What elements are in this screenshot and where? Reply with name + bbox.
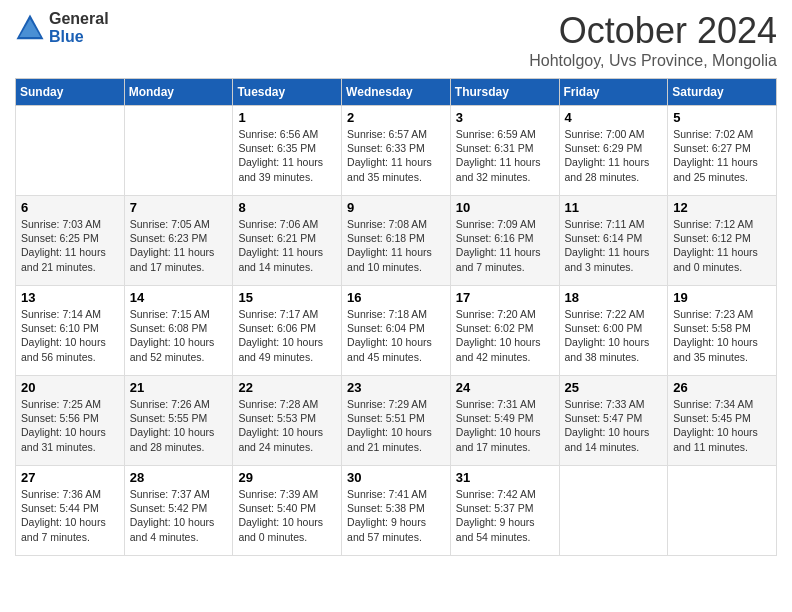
day-number: 17 <box>456 290 554 305</box>
calendar-cell <box>668 466 777 556</box>
calendar-cell: 20Sunrise: 7:25 AM Sunset: 5:56 PM Dayli… <box>16 376 125 466</box>
day-details: Sunrise: 7:06 AM Sunset: 6:21 PM Dayligh… <box>238 217 336 274</box>
day-number: 20 <box>21 380 119 395</box>
day-details: Sunrise: 6:56 AM Sunset: 6:35 PM Dayligh… <box>238 127 336 184</box>
calendar-cell: 10Sunrise: 7:09 AM Sunset: 6:16 PM Dayli… <box>450 196 559 286</box>
week-row-5: 27Sunrise: 7:36 AM Sunset: 5:44 PM Dayli… <box>16 466 777 556</box>
day-number: 31 <box>456 470 554 485</box>
day-number: 4 <box>565 110 663 125</box>
day-details: Sunrise: 6:57 AM Sunset: 6:33 PM Dayligh… <box>347 127 445 184</box>
calendar-cell: 9Sunrise: 7:08 AM Sunset: 6:18 PM Daylig… <box>342 196 451 286</box>
location: Hohtolgoy, Uvs Province, Mongolia <box>529 52 777 70</box>
day-details: Sunrise: 7:34 AM Sunset: 5:45 PM Dayligh… <box>673 397 771 454</box>
day-header-sunday: Sunday <box>16 79 125 106</box>
logo: General Blue <box>15 10 109 45</box>
calendar-cell: 31Sunrise: 7:42 AM Sunset: 5:37 PM Dayli… <box>450 466 559 556</box>
calendar-cell: 19Sunrise: 7:23 AM Sunset: 5:58 PM Dayli… <box>668 286 777 376</box>
day-details: Sunrise: 7:08 AM Sunset: 6:18 PM Dayligh… <box>347 217 445 274</box>
day-details: Sunrise: 7:33 AM Sunset: 5:47 PM Dayligh… <box>565 397 663 454</box>
calendar-cell: 27Sunrise: 7:36 AM Sunset: 5:44 PM Dayli… <box>16 466 125 556</box>
calendar-cell: 2Sunrise: 6:57 AM Sunset: 6:33 PM Daylig… <box>342 106 451 196</box>
day-number: 14 <box>130 290 228 305</box>
calendar-cell: 6Sunrise: 7:03 AM Sunset: 6:25 PM Daylig… <box>16 196 125 286</box>
day-details: Sunrise: 7:36 AM Sunset: 5:44 PM Dayligh… <box>21 487 119 544</box>
day-details: Sunrise: 7:09 AM Sunset: 6:16 PM Dayligh… <box>456 217 554 274</box>
day-details: Sunrise: 7:23 AM Sunset: 5:58 PM Dayligh… <box>673 307 771 364</box>
calendar-cell: 30Sunrise: 7:41 AM Sunset: 5:38 PM Dayli… <box>342 466 451 556</box>
day-number: 7 <box>130 200 228 215</box>
month-title: October 2024 <box>529 10 777 52</box>
calendar-cell: 8Sunrise: 7:06 AM Sunset: 6:21 PM Daylig… <box>233 196 342 286</box>
day-number: 18 <box>565 290 663 305</box>
day-details: Sunrise: 7:22 AM Sunset: 6:00 PM Dayligh… <box>565 307 663 364</box>
day-number: 8 <box>238 200 336 215</box>
day-number: 29 <box>238 470 336 485</box>
day-number: 27 <box>21 470 119 485</box>
day-number: 6 <box>21 200 119 215</box>
day-number: 26 <box>673 380 771 395</box>
day-header-saturday: Saturday <box>668 79 777 106</box>
week-row-1: 1Sunrise: 6:56 AM Sunset: 6:35 PM Daylig… <box>16 106 777 196</box>
day-number: 28 <box>130 470 228 485</box>
calendar-cell: 15Sunrise: 7:17 AM Sunset: 6:06 PM Dayli… <box>233 286 342 376</box>
day-header-wednesday: Wednesday <box>342 79 451 106</box>
day-details: Sunrise: 7:15 AM Sunset: 6:08 PM Dayligh… <box>130 307 228 364</box>
calendar-cell: 23Sunrise: 7:29 AM Sunset: 5:51 PM Dayli… <box>342 376 451 466</box>
logo-general-text: General <box>49 10 109 28</box>
day-details: Sunrise: 7:42 AM Sunset: 5:37 PM Dayligh… <box>456 487 554 544</box>
calendar-cell: 13Sunrise: 7:14 AM Sunset: 6:10 PM Dayli… <box>16 286 125 376</box>
day-details: Sunrise: 7:20 AM Sunset: 6:02 PM Dayligh… <box>456 307 554 364</box>
day-details: Sunrise: 7:18 AM Sunset: 6:04 PM Dayligh… <box>347 307 445 364</box>
week-row-3: 13Sunrise: 7:14 AM Sunset: 6:10 PM Dayli… <box>16 286 777 376</box>
calendar-cell: 26Sunrise: 7:34 AM Sunset: 5:45 PM Dayli… <box>668 376 777 466</box>
calendar-cell: 1Sunrise: 6:56 AM Sunset: 6:35 PM Daylig… <box>233 106 342 196</box>
calendar-cell: 18Sunrise: 7:22 AM Sunset: 6:00 PM Dayli… <box>559 286 668 376</box>
day-number: 25 <box>565 380 663 395</box>
day-header-tuesday: Tuesday <box>233 79 342 106</box>
day-details: Sunrise: 7:14 AM Sunset: 6:10 PM Dayligh… <box>21 307 119 364</box>
day-header-friday: Friday <box>559 79 668 106</box>
calendar-cell: 24Sunrise: 7:31 AM Sunset: 5:49 PM Dayli… <box>450 376 559 466</box>
calendar-container: General Blue October 2024 Hohtolgoy, Uvs… <box>0 0 792 566</box>
day-number: 12 <box>673 200 771 215</box>
calendar-cell: 25Sunrise: 7:33 AM Sunset: 5:47 PM Dayli… <box>559 376 668 466</box>
calendar-cell: 5Sunrise: 7:02 AM Sunset: 6:27 PM Daylig… <box>668 106 777 196</box>
day-number: 9 <box>347 200 445 215</box>
day-details: Sunrise: 7:26 AM Sunset: 5:55 PM Dayligh… <box>130 397 228 454</box>
calendar-cell: 11Sunrise: 7:11 AM Sunset: 6:14 PM Dayli… <box>559 196 668 286</box>
day-number: 11 <box>565 200 663 215</box>
day-number: 1 <box>238 110 336 125</box>
day-number: 30 <box>347 470 445 485</box>
calendar-cell <box>16 106 125 196</box>
calendar-cell <box>124 106 233 196</box>
header: General Blue October 2024 Hohtolgoy, Uvs… <box>15 10 777 70</box>
week-row-2: 6Sunrise: 7:03 AM Sunset: 6:25 PM Daylig… <box>16 196 777 286</box>
day-details: Sunrise: 7:12 AM Sunset: 6:12 PM Dayligh… <box>673 217 771 274</box>
day-number: 16 <box>347 290 445 305</box>
day-number: 19 <box>673 290 771 305</box>
logo-blue-text: Blue <box>49 28 109 46</box>
calendar-cell: 28Sunrise: 7:37 AM Sunset: 5:42 PM Dayli… <box>124 466 233 556</box>
day-header-thursday: Thursday <box>450 79 559 106</box>
calendar-cell: 21Sunrise: 7:26 AM Sunset: 5:55 PM Dayli… <box>124 376 233 466</box>
calendar-cell: 29Sunrise: 7:39 AM Sunset: 5:40 PM Dayli… <box>233 466 342 556</box>
day-details: Sunrise: 7:31 AM Sunset: 5:49 PM Dayligh… <box>456 397 554 454</box>
title-block: October 2024 Hohtolgoy, Uvs Province, Mo… <box>529 10 777 70</box>
day-details: Sunrise: 7:05 AM Sunset: 6:23 PM Dayligh… <box>130 217 228 274</box>
calendar-cell <box>559 466 668 556</box>
day-details: Sunrise: 6:59 AM Sunset: 6:31 PM Dayligh… <box>456 127 554 184</box>
calendar-cell: 14Sunrise: 7:15 AM Sunset: 6:08 PM Dayli… <box>124 286 233 376</box>
calendar-table: SundayMondayTuesdayWednesdayThursdayFrid… <box>15 78 777 556</box>
calendar-cell: 16Sunrise: 7:18 AM Sunset: 6:04 PM Dayli… <box>342 286 451 376</box>
day-details: Sunrise: 7:00 AM Sunset: 6:29 PM Dayligh… <box>565 127 663 184</box>
day-details: Sunrise: 7:25 AM Sunset: 5:56 PM Dayligh… <box>21 397 119 454</box>
calendar-cell: 12Sunrise: 7:12 AM Sunset: 6:12 PM Dayli… <box>668 196 777 286</box>
day-number: 13 <box>21 290 119 305</box>
day-number: 22 <box>238 380 336 395</box>
day-details: Sunrise: 7:17 AM Sunset: 6:06 PM Dayligh… <box>238 307 336 364</box>
day-number: 15 <box>238 290 336 305</box>
day-details: Sunrise: 7:03 AM Sunset: 6:25 PM Dayligh… <box>21 217 119 274</box>
day-number: 21 <box>130 380 228 395</box>
day-details: Sunrise: 7:37 AM Sunset: 5:42 PM Dayligh… <box>130 487 228 544</box>
calendar-cell: 3Sunrise: 6:59 AM Sunset: 6:31 PM Daylig… <box>450 106 559 196</box>
